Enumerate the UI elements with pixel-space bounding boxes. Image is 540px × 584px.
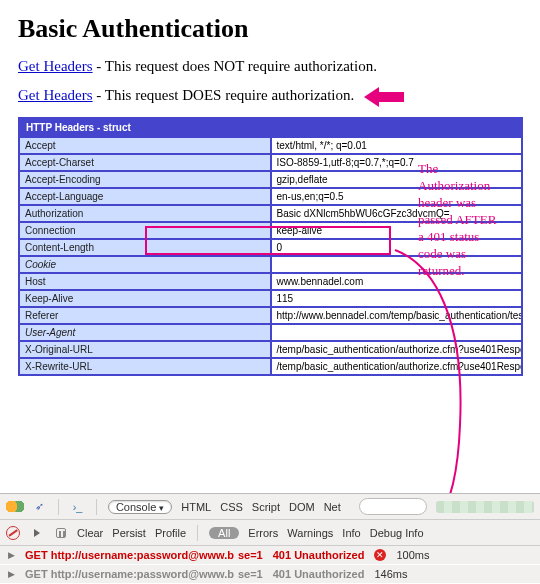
filter-errors[interactable]: Errors [248,527,278,539]
separator [197,525,198,541]
devtools-toolbar-sub: Clear Persist Profile All Errors Warning… [0,520,540,546]
request-url-tail: se=1 [238,549,263,561]
header-value [271,324,523,341]
annotation-text: The Authorization header was passed AFTE… [418,160,496,279]
firebug-icon[interactable] [6,499,24,514]
run-icon[interactable] [29,525,44,540]
header-key: Content-Length [19,239,271,256]
tab-console[interactable]: Console [108,500,172,514]
get-headers-link-2[interactable]: Get Headers [18,87,93,103]
tab-net[interactable]: Net [324,501,341,513]
table-row: Accepttext/html, */*; q=0.01 [19,137,522,154]
header-key: Accept [19,137,271,154]
header-value: /temp/basic_authentication/authorize.cfm… [271,341,523,358]
status-text: 401 Unauthorized [273,568,365,580]
header-key: User-Agent [19,324,271,341]
btn-clear[interactable]: Clear [77,527,103,539]
timeline-stripe [436,501,534,513]
line1-rest: - This request does NOT require authoriz… [93,58,377,74]
header-key: Cookie [19,256,271,273]
disclosure-triangle-icon[interactable]: ▶ [8,550,15,560]
filter-warnings[interactable]: Warnings [287,527,333,539]
header-key: Accept-Charset [19,154,271,171]
network-request-row[interactable]: ▶GET http://username:password@www.bse=14… [0,546,540,565]
header-value: http://www.bennadel.com/temp/basic_authe… [271,307,523,324]
devtools-panel: ➶ ›_ Console HTML CSS Script DOM Net Cle… [0,493,540,584]
separator [58,499,59,515]
tab-css[interactable]: CSS [220,501,243,513]
header-value: text/html, */*; q=0.01 [271,137,523,154]
header-key: Authorization [19,205,271,222]
request-line-no-auth: Get Headers - This request does NOT requ… [18,58,522,75]
table-row: Refererhttp://www.bennadel.com/temp/basi… [19,307,522,324]
page-title: Basic Authentication [18,14,522,44]
tab-dom[interactable]: DOM [289,501,315,513]
btn-persist[interactable]: Persist [112,527,146,539]
table-row: Keep-Alive115 [19,290,522,307]
header-key: Accept-Encoding [19,171,271,188]
pink-arrow-icon [364,87,409,107]
header-key: Connection [19,222,271,239]
table-row: X-Original-URL/temp/basic_authentication… [19,341,522,358]
filter-debug[interactable]: Debug Info [370,527,424,539]
filter-all[interactable]: All [209,527,239,539]
tab-script[interactable]: Script [252,501,280,513]
request-url-tail: se=1 [238,568,263,580]
header-value: 115 [271,290,523,307]
request-url: GET http://username:password@www.b [25,568,234,580]
table-row: X-Rewrite-URL/temp/basic_authentication/… [19,358,522,375]
disclosure-triangle-icon[interactable]: ▶ [8,569,15,579]
table-title: HTTP Headers - struct [19,118,522,137]
header-key: Accept-Language [19,188,271,205]
header-key: Keep-Alive [19,290,271,307]
header-key: X-Rewrite-URL [19,358,271,375]
inspect-icon[interactable]: ➶ [33,499,48,514]
header-key: X-Original-URL [19,341,271,358]
disable-icon[interactable] [6,526,20,540]
header-key: Host [19,273,271,290]
line2-rest: - This request DOES require authorizatio… [93,87,355,103]
request-line-with-auth: Get Headers - This request DOES require … [18,87,522,107]
status-text: 401 Unauthorized [273,549,365,561]
tab-html[interactable]: HTML [181,501,211,513]
request-url: GET http://username:password@www.b [25,549,234,561]
separator [96,499,97,515]
table-row: User-Agent [19,324,522,341]
console-prompt-icon[interactable]: ›_ [70,499,85,514]
error-icon: ✕ [374,549,386,561]
devtools-toolbar-top: ➶ ›_ Console HTML CSS Script DOM Net [0,494,540,520]
filter-info[interactable]: Info [342,527,360,539]
request-time: 100ms [396,549,429,561]
search-input[interactable] [359,498,427,515]
get-headers-link-1[interactable]: Get Headers [18,58,93,74]
request-time: 146ms [374,568,407,580]
header-value: /temp/basic_authentication/authorize.cfm… [271,358,523,375]
header-key: Referer [19,307,271,324]
pause-icon[interactable] [53,525,68,540]
btn-profile[interactable]: Profile [155,527,186,539]
network-request-row[interactable]: ▶GET http://username:password@www.bse=14… [0,565,540,584]
